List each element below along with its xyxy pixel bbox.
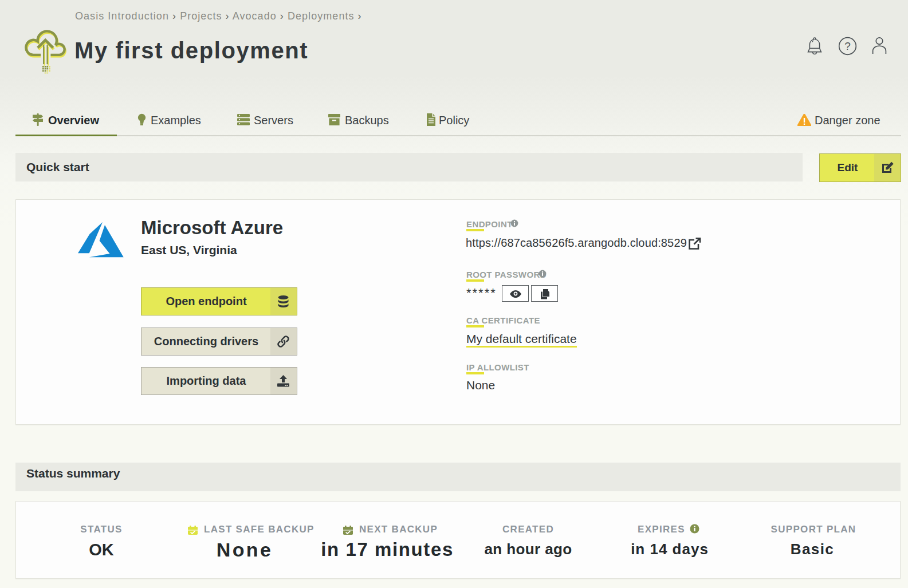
svg-text:?: ? (844, 40, 851, 52)
